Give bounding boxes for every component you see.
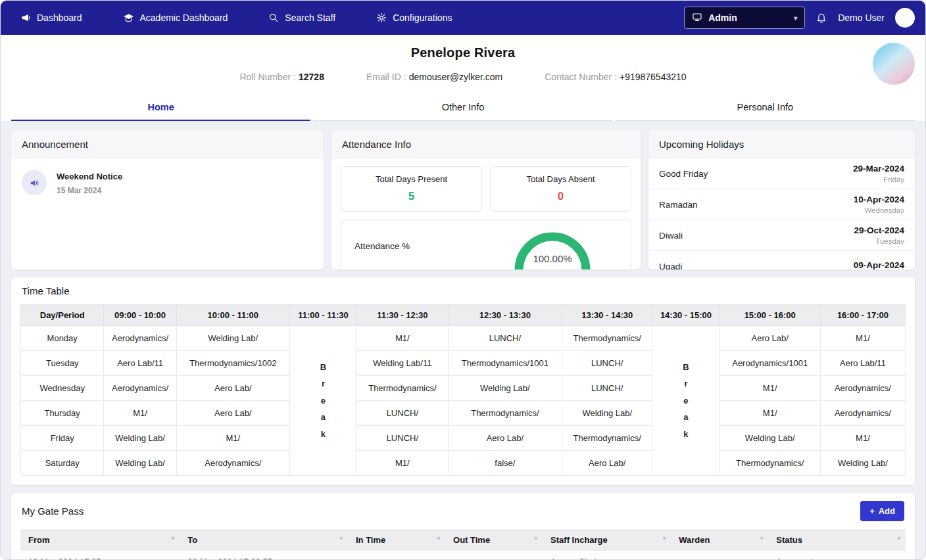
gatepass-header-cell[interactable]: Staff Incharge▾	[543, 529, 671, 551]
nav-item-label: Configurations	[393, 12, 452, 23]
gatepass-header-cell[interactable]: To▾	[180, 529, 348, 551]
sort-icon[interactable]: ▾	[172, 535, 175, 542]
nav-item-academic-dashboard[interactable]: Academic Dashboard	[123, 12, 228, 24]
sort-icon[interactable]: ▾	[897, 535, 900, 542]
gatepass-table: From▾To▾In Time▾Out Time▾Staff Incharge▾…	[20, 529, 906, 560]
timetable-cell: M1/	[820, 426, 905, 451]
gatepass-header-cell[interactable]: From▾	[20, 529, 180, 551]
timetable-header-cell: 14:30 - 15:00	[652, 305, 719, 326]
timetable-cell: Aerodynamics/	[176, 451, 289, 476]
timetable-cell: Aero Lab/	[176, 376, 289, 401]
nav-item-dashboard[interactable]: Dashboard	[20, 12, 82, 23]
timetable-cell: Aero Lab/11	[820, 351, 905, 376]
announcement-item[interactable]: Weekend Notice 15 Mar 2024	[11, 158, 324, 207]
days-absent-box: Total Days Absent 0	[490, 166, 631, 212]
timetable-cell: Aerodynamics/1001	[719, 351, 820, 376]
gatepass-cell: -	[348, 551, 445, 560]
gatepass-cell: 19-Mar-2024 17:35	[20, 551, 180, 560]
profile-info-row: Roll Number :12728 Email ID :demouser@zy…	[27, 72, 899, 82]
timetable-header-row: Day/Period09:00 - 10:0010:00 - 11:0011:0…	[21, 305, 906, 326]
tab-personal-info[interactable]: Personal Info	[616, 94, 915, 121]
timetable-cell: Welding Lab/	[448, 376, 562, 401]
timetable-cell: Welding Lab/	[176, 326, 289, 351]
gatepass-cell: 20-Mar-2024 17:36:55	[180, 551, 348, 560]
announcement-item-title: Weekend Notice	[57, 170, 122, 181]
add-gatepass-button[interactable]: + Add	[860, 501, 904, 521]
role-select-value: Admin	[708, 12, 737, 23]
holiday-date: 29-Mar-2024	[853, 164, 904, 174]
timetable-cell: Thermodynamics/1002	[176, 351, 289, 376]
holiday-name: Good Friday	[659, 169, 708, 179]
timetable-header-cell: 13:30 - 14:30	[562, 305, 652, 326]
sort-icon[interactable]: ▾	[760, 535, 764, 542]
holiday-row: Ugadi09-Apr-2024	[648, 251, 915, 269]
announcement-text: Weekend Notice 15 Mar 2024	[57, 170, 122, 195]
timetable-body: MondayAerodynamics/Welding Lab/BreakM1/L…	[21, 326, 906, 476]
timetable-cell: Welding Lab/	[820, 451, 905, 476]
holiday-date-group: 10-Apr-2024Wednesday	[854, 195, 904, 214]
gatepass-header-cell[interactable]: Status▾	[768, 529, 906, 551]
timetable-row: ThursdayM1/Aero Lab/LUNCH/Thermodynamics…	[21, 401, 906, 426]
plus-icon: +	[869, 506, 875, 516]
search-icon	[268, 12, 279, 23]
timetable-cell: Aero Lab/	[562, 451, 652, 476]
timetable-cell: Aero Lab/	[176, 401, 289, 426]
timetable-cell: Thermodynamics/	[562, 426, 652, 451]
tab-home[interactable]: Home	[11, 94, 310, 121]
timetable-cell: LUNCH/	[448, 326, 562, 351]
timetable-row: WednesdayAerodynamics/Aero Lab/Thermodyn…	[21, 376, 906, 401]
days-present-box: Total Days Present 5	[341, 166, 482, 212]
sort-icon[interactable]: ▾	[535, 535, 538, 542]
graduation-cap-icon	[123, 12, 134, 24]
holiday-weekday: Friday	[853, 175, 904, 183]
monitor-icon	[692, 12, 702, 24]
nav-item-configurations[interactable]: Configurations	[376, 12, 452, 23]
gatepass-header-cell[interactable]: Warden▾	[671, 529, 768, 551]
gatepass-header-cell[interactable]: Out Time▾	[445, 529, 543, 551]
holiday-row: Diwali29-Oct-2024Tuesday	[648, 220, 915, 251]
nav-right: Admin ▾ Demo User	[684, 7, 915, 29]
add-button-label: Add	[879, 506, 895, 516]
holiday-row: Good Friday29-Mar-2024Friday	[648, 158, 915, 189]
timetable-day-cell: Tuesday	[21, 351, 104, 376]
main-content: Announcement Weekend Notice 15 Mar 2024 …	[1, 121, 925, 560]
sort-icon[interactable]: ▾	[437, 535, 441, 542]
timetable-cell: Aerodynamics/	[820, 401, 905, 426]
announcement-item-date: 15 Mar 2024	[57, 186, 122, 195]
timetable-cell: Aerodynamics/	[104, 326, 176, 351]
student-name: Penelope Rivera	[27, 45, 899, 60]
user-avatar[interactable]	[895, 8, 915, 28]
user-name: Demo User	[838, 12, 885, 23]
timetable-cell: Aerodynamics/	[820, 376, 905, 401]
timetable-cell: Thermodynamics/	[448, 401, 562, 426]
sort-icon[interactable]: ▾	[339, 535, 343, 542]
timetable-cell: M1/	[719, 401, 820, 426]
gatepass-header-cell[interactable]: In Time▾	[348, 529, 445, 551]
timetable-header-cell: Day/Period	[21, 305, 104, 326]
timetable-title: Time Table	[22, 285, 70, 296]
roll-number: Roll Number :12728	[239, 72, 324, 82]
timetable-cell: Thermodynamics/	[562, 326, 652, 351]
timetable-title-row: Time Table	[11, 277, 915, 304]
notifications-bell-icon[interactable]	[816, 12, 827, 24]
gatepass-card: My Gate Pass + Add From▾To▾In Time▾Out T…	[11, 493, 915, 560]
timetable-header-cell: 16:00 - 17:00	[820, 305, 905, 326]
role-select[interactable]: Admin ▾	[684, 7, 805, 29]
tab-other-info[interactable]: Other Info	[313, 94, 612, 121]
holiday-date: 10-Apr-2024	[854, 195, 904, 204]
timetable-cell: Welding Lab/	[719, 426, 820, 451]
days-present-label: Total Days Present	[341, 174, 481, 184]
timetable-row: TuesdayAero Lab/11Thermodynamics/1002Wel…	[21, 351, 906, 376]
sort-icon[interactable]: ▾	[663, 535, 666, 542]
nav-item-search-staff[interactable]: Search Staff	[268, 12, 335, 23]
timetable-day-cell: Friday	[21, 426, 104, 451]
timetable-cell: M1/	[357, 326, 449, 351]
top-navbar: Dashboard Academic Dashboard Search Staf…	[1, 1, 925, 35]
timetable-header-cell: 12:30 - 13:30	[448, 305, 562, 326]
announcement-card: Announcement Weekend Notice 15 Mar 2024	[11, 130, 324, 269]
timetable-row: FridayWelding Lab/M1/LUNCH/Aero Lab/Ther…	[21, 426, 906, 451]
holiday-date: 09-Apr-2024	[854, 260, 904, 269]
attendance-percent-box: Attendance % 100.00%	[341, 220, 631, 269]
student-avatar	[873, 43, 915, 85]
nav-left: Dashboard Academic Dashboard Search Staf…	[20, 12, 452, 24]
